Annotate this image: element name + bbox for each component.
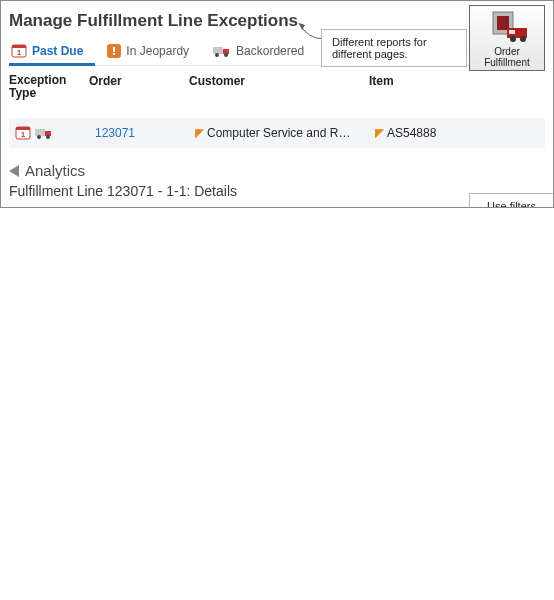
analytics-title: Analytics xyxy=(25,162,85,179)
page-title: Manage Fulfillment Line Exceptions xyxy=(9,11,545,31)
svg-point-9 xyxy=(224,53,228,57)
cell-item: ◤AS54888 xyxy=(375,126,465,140)
col-header-order: Order xyxy=(89,74,189,100)
svg-rect-70 xyxy=(509,30,515,34)
col-header-item: Item xyxy=(369,74,459,100)
analytics-subtitle: Fulfillment Line 123071 - 1-1: Details xyxy=(9,183,545,199)
svg-point-16 xyxy=(46,135,50,139)
truck-icon xyxy=(213,44,231,58)
svg-rect-5 xyxy=(113,53,115,55)
calendar-past-icon: 1 xyxy=(11,43,27,59)
tab-backordered[interactable]: Backordered xyxy=(211,44,306,58)
cell-customer: ◤Computer Service and R… xyxy=(195,126,375,140)
callout-filters: Use filters. xyxy=(469,193,554,208)
callout-reports: Different reports for different pages. xyxy=(321,29,467,67)
tab-label: Past Due xyxy=(32,44,83,58)
order-link[interactable]: 123071 xyxy=(95,126,195,140)
analytics-section-header[interactable]: Analytics xyxy=(9,162,545,179)
svg-rect-13 xyxy=(35,129,45,136)
fulfillment-button-label: Order Fulfillment xyxy=(472,46,542,68)
warehouse-truck-icon xyxy=(485,10,529,44)
flag-icon: ◤ xyxy=(195,126,204,140)
svg-rect-4 xyxy=(113,47,115,52)
calendar-past-icon: 1 xyxy=(15,125,31,141)
svg-rect-6 xyxy=(213,47,223,54)
svg-point-8 xyxy=(215,53,219,57)
grid-header: Exception Type Order Customer Item xyxy=(9,74,545,100)
tab-label: In Jeopardy xyxy=(126,44,189,58)
collapse-arrow-icon xyxy=(9,165,19,177)
flag-icon: ◤ xyxy=(375,126,384,140)
col-header-customer: Customer xyxy=(189,74,369,100)
alert-icon xyxy=(107,44,121,58)
svg-point-71 xyxy=(510,36,516,42)
tab-label: Backordered xyxy=(236,44,304,58)
svg-rect-68 xyxy=(497,16,509,30)
order-fulfillment-button[interactable]: Order Fulfillment xyxy=(469,5,545,71)
tab-in-jeopardy[interactable]: In Jeopardy xyxy=(105,44,191,58)
svg-point-72 xyxy=(520,36,526,42)
svg-point-15 xyxy=(37,135,41,139)
col-header-type: Exception Type xyxy=(9,74,89,100)
truck-icon xyxy=(35,125,53,141)
tab-past-due[interactable]: 1 Past Due xyxy=(9,43,85,59)
table-row[interactable]: 1 123071 ◤Computer Service and R… ◤AS548… xyxy=(9,118,545,148)
tab-underline xyxy=(9,63,95,66)
svg-text:1: 1 xyxy=(21,130,26,139)
svg-text:1: 1 xyxy=(17,48,22,57)
